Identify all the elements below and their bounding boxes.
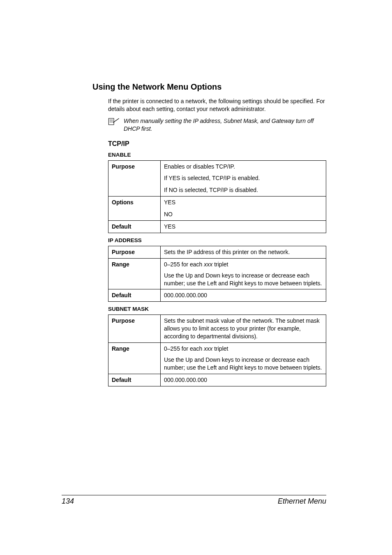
page-heading: Using the Network Menu Options [92, 82, 326, 92]
label-default: Default [108, 289, 161, 302]
section-tcpip: TCP/IP [108, 140, 326, 148]
subnet-heading: SUBNET MASK [108, 306, 326, 312]
ipaddress-default: 000.000.000.000 [161, 289, 326, 302]
subnet-purpose: Sets the subnet mask value of the networ… [161, 315, 326, 343]
note-row: When manually setting the IP address, Su… [92, 117, 326, 133]
enable-heading: ENABLE [108, 152, 326, 158]
label-range: Range [108, 343, 161, 374]
enable-opt-no: NO [161, 208, 326, 220]
enable-purpose-3: If NO is selected, TCP/IP is disabled. [161, 184, 326, 196]
subnet-table: Purpose Sets the subnet mask value of th… [108, 314, 326, 386]
label-range: Range [108, 258, 161, 289]
enable-purpose-2: If YES is selected, TCP/IP is enabled. [161, 172, 326, 184]
svg-rect-0 [108, 118, 114, 125]
note-icon [108, 117, 120, 127]
label-purpose: Purpose [108, 315, 161, 343]
ipaddress-range: 0–255 for each xxx triplet Use the Up an… [161, 258, 326, 289]
label-default: Default [108, 221, 161, 233]
subnet-default: 000.000.000.000 [161, 374, 326, 386]
label-purpose: Purpose [108, 246, 161, 258]
ipaddress-heading: IP ADDRESS [108, 237, 326, 243]
note-text: When manually setting the IP address, Su… [124, 117, 326, 133]
label-options: Options [108, 197, 161, 221]
label-purpose: Purpose [108, 160, 161, 197]
subnet-range: 0–255 for each xxx triplet Use the Up an… [161, 343, 326, 374]
label-default: Default [108, 374, 161, 386]
enable-default: YES [161, 221, 326, 233]
footer-title: Ethernet Menu [278, 497, 326, 506]
enable-opt-yes: YES [161, 197, 326, 208]
page-number: 134 [62, 497, 74, 506]
ipaddress-table: Purpose Sets the IP address of this prin… [108, 246, 326, 302]
enable-purpose-1: Enables or disables TCP/IP. [161, 160, 326, 172]
page-footer: 134 Ethernet Menu [62, 495, 326, 506]
intro-text: If the printer is connected to a network… [108, 97, 326, 113]
ipaddress-purpose: Sets the IP address of this printer on t… [161, 246, 326, 258]
enable-table: Purpose Enables or disables TCP/IP. If Y… [108, 160, 326, 233]
